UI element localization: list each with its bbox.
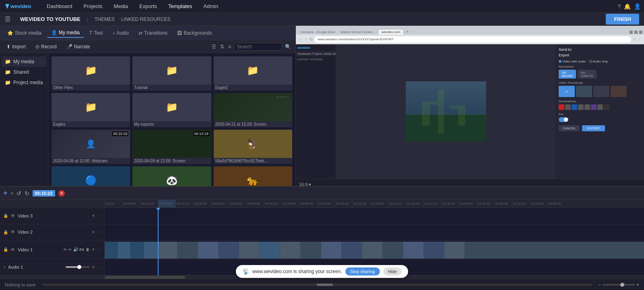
track-visibility-icon[interactable]: 👁	[10, 229, 15, 235]
thumbnail-option-2[interactable]	[593, 86, 609, 97]
zoom-in-button[interactable]: +	[636, 282, 639, 288]
scrollbar-handle[interactable]	[317, 284, 333, 286]
list-item[interactable]: 02:09:21 2020-04-21 at 15:28: Screen	[214, 93, 292, 127]
finish-button[interactable]: FINISH	[606, 14, 639, 25]
redo-button[interactable]: ↻	[25, 190, 29, 197]
volume-slider[interactable]	[66, 266, 90, 268]
back-button[interactable]: ←	[298, 37, 302, 41]
dest-icon-8[interactable]	[604, 104, 609, 110]
toggle-switch[interactable]	[559, 117, 568, 122]
dest-icon-4[interactable]	[578, 104, 584, 110]
audio-only-option[interactable]: Audio only	[589, 60, 608, 63]
list-item[interactable]: 📁 Eagle2	[214, 56, 292, 91]
tab-backgrounds[interactable]: 🖼 Backgrounds	[173, 29, 216, 37]
pencil-icon[interactable]: ✏	[64, 247, 67, 252]
inner-nav-dashboard[interactable]: Dashboard	[297, 52, 311, 55]
sd-button[interactable]: SD 852x480	[559, 70, 576, 79]
sidebar-item-shared[interactable]: 📁 Shared	[2, 67, 46, 77]
dest-icon-7[interactable]	[597, 104, 603, 110]
refresh-button[interactable]: ↻	[310, 37, 313, 41]
minimize-button[interactable]	[630, 31, 633, 34]
drive-dest-icon[interactable]	[565, 104, 571, 110]
audio-track-icon[interactable]: ♪	[3, 264, 6, 270]
video-with-audio-option[interactable]: Video with audio	[559, 60, 586, 63]
inner-nav-projects[interactable]: Projects	[312, 52, 322, 55]
fx-label[interactable]: FX	[80, 248, 85, 252]
vimeo-dest-icon[interactable]	[591, 104, 597, 110]
tab-text[interactable]: T Text	[85, 29, 107, 37]
track-lock-icon[interactable]: 🔒	[3, 213, 8, 218]
track-lock-icon[interactable]: 🔒	[3, 230, 8, 234]
list-item[interactable]: 📁 Tutorial	[132, 56, 211, 91]
hide-button[interactable]: Hide	[383, 267, 402, 276]
track-menu-icon[interactable]: ⋯	[97, 247, 101, 252]
list-item[interactable]: 📁 Other Files	[52, 56, 130, 91]
tab-stock-media[interactable]: ⭐ Stock media	[3, 29, 45, 37]
zoom-out-button[interactable]: −	[598, 282, 601, 288]
thumbnail-selected[interactable]: ✓	[559, 86, 575, 97]
youtube-dest-icon[interactable]	[559, 104, 564, 110]
hd-button[interactable]: HD 1280x720	[578, 70, 597, 79]
nav-templates[interactable]: Templates	[163, 2, 197, 11]
track-expand-icon[interactable]: ▼	[91, 213, 95, 218]
add-track-button[interactable]: +	[3, 189, 8, 197]
delete-clip-button[interactable]: ✕	[58, 190, 65, 197]
dest-icon-5[interactable]	[584, 104, 590, 110]
sidebar-item-my-media[interactable]: 📁 My media	[2, 56, 46, 67]
track-visibility-icon[interactable]: 👁	[10, 213, 15, 219]
nav-exports[interactable]: Exports	[134, 2, 162, 11]
thumbnail-option-3[interactable]	[611, 86, 627, 97]
notifications-icon[interactable]: 🔔	[624, 3, 631, 10]
sort-icon[interactable]: ⇅	[219, 43, 225, 51]
zoom-thumb[interactable]	[620, 283, 624, 287]
menu-icon[interactable]: ⋮	[638, 37, 642, 41]
tab-my-media[interactable]: 👤 My media	[47, 28, 84, 38]
hamburger-icon[interactable]: ☰	[5, 15, 10, 23]
url-bar[interactable]: www.wevideo.com/studios/XXXXXX?panel=EXP…	[314, 36, 631, 43]
maximize-button[interactable]	[634, 31, 638, 34]
track-expand-icon[interactable]: ▼	[91, 230, 95, 234]
list-item[interactable]: 🦅 58a3d796269075cc917beb...	[214, 130, 292, 164]
nav-admin[interactable]: Admin	[198, 2, 223, 11]
track-expand-icon[interactable]: ▼	[91, 265, 95, 269]
linked-resources-link[interactable]: LINKED RESOURCES	[121, 17, 171, 22]
track-content-video3[interactable]	[105, 208, 644, 224]
track-menu-icon[interactable]: ⋯	[97, 213, 101, 218]
track-menu-icon[interactable]: ⋯	[97, 230, 101, 234]
track-lock-icon[interactable]: 🔒	[3, 247, 8, 252]
list-icon[interactable]: ☰	[211, 43, 217, 51]
track-expand-icon[interactable]: ▼	[91, 247, 95, 252]
video-segment-left[interactable]	[105, 242, 157, 259]
stop-sharing-button[interactable]: Stop sharing	[345, 267, 380, 276]
cancel-button[interactable]: CANCEL	[559, 125, 580, 131]
thumbnail-option-1[interactable]	[576, 86, 592, 97]
horizontal-scrollbar[interactable]	[42, 284, 592, 286]
close-button[interactable]	[639, 31, 642, 34]
browser-tab-2[interactable]: Master School Create...	[339, 29, 377, 35]
search-icon[interactable]: 🔍	[284, 43, 292, 51]
nav-dashboard[interactable]: Dashboard	[42, 2, 77, 11]
browser-tab-1[interactable]: Camtasia - Google Drive	[297, 29, 338, 35]
nav-media[interactable]: Media	[109, 2, 133, 11]
audio-icon-tool[interactable]: 🔊	[73, 247, 78, 252]
inner-nav-media[interactable]: Media	[324, 52, 332, 55]
nav-projects[interactable]: Projects	[79, 2, 107, 11]
bookmark-icon[interactable]: ☆	[633, 37, 636, 41]
list-item[interactable]: 00:10:19 2020-04-09 at 12:00: Screen	[132, 130, 211, 164]
help-icon[interactable]: ?	[617, 3, 621, 10]
track-visibility-icon[interactable]: 👁	[10, 247, 15, 253]
facebook-dest-icon[interactable]	[572, 104, 577, 110]
browser-tab-active[interactable]: wevideo.com	[378, 29, 404, 35]
list-item[interactable]: 📁 Eagles	[52, 93, 130, 127]
record-button-timeline[interactable]	[11, 192, 13, 195]
tab-audio[interactable]: ♪ Audio	[108, 29, 133, 37]
tab-transitions[interactable]: ⇄ Transitions	[134, 29, 171, 37]
volume-thumb[interactable]	[77, 265, 81, 269]
filter-icon[interactable]: ≡	[227, 43, 232, 51]
new-tab-button[interactable]: +	[405, 29, 410, 34]
export-button[interactable]: EXPORT	[582, 125, 605, 131]
track-content-video2[interactable]	[105, 224, 644, 240]
track-content-video1[interactable]	[105, 240, 644, 259]
sidebar-item-project-media[interactable]: 📁 Project media	[2, 77, 46, 88]
user-avatar[interactable]: 👤	[634, 3, 641, 10]
